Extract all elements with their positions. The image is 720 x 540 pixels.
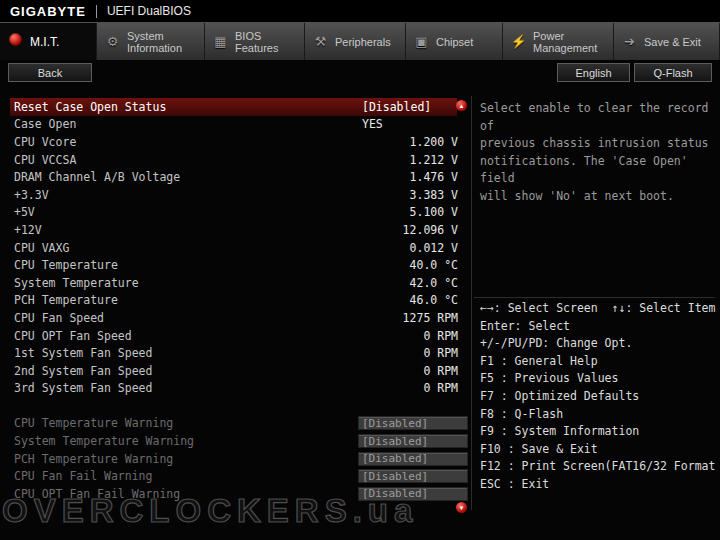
setting-label: CPU VAXG [10,241,69,255]
setting-label: PCH Temperature Warning [10,452,173,466]
tab-power-management-label: Power Management [533,30,597,54]
tab-chipset-label: Chipset [436,36,473,48]
setting-value: 1275 RPM [362,311,458,325]
setting-value: 0 RPM [362,329,458,343]
keyhint: Enter: Select [480,318,718,336]
warning-row: CPU OPT Fan Fail Warning[Disabled] [10,485,457,503]
setting-label: 3rd System Fan Speed [10,381,152,395]
setting-value: 1.212 V [362,153,458,167]
setting-value-box: [Disabled] [358,434,468,448]
setting-row[interactable]: CPU OPT Fan Speed0 RPM [10,327,457,345]
setting-value: 42.0 °C [362,276,458,290]
titlebar-separator [96,5,97,18]
help-text: Select enable to clear the record of pre… [480,100,714,206]
qflash-button[interactable]: Q-Flash [634,63,712,82]
warning-row: PCH Temperature Warning[Disabled] [10,450,457,468]
titlebar: GIGABYTE UEFI DualBIOS [0,0,720,22]
setting-row[interactable]: +5V5.100 V [10,204,457,222]
setting-label: CPU Fan Fail Warning [10,469,152,483]
keyhint: F12 : Print Screen(FAT16/32 Format Only) [480,458,718,476]
keyhint: ESC : Exit [480,476,718,494]
setting-value-box: [Disabled] [358,469,468,483]
tab-system-information-label: System Information [127,30,182,54]
setting-row[interactable]: DRAM Channel A/B Voltage1.476 V [10,168,457,186]
setting-label: Case Open [10,117,76,131]
setting-value: 12.096 V [362,223,458,237]
setting-value: 1.476 V [362,170,458,184]
setting-value: 46.0 °C [362,293,458,307]
gigabyte-logo: GIGABYTE [10,4,86,19]
tab-peripherals[interactable]: ⚒ Peripherals [305,23,406,60]
setting-row[interactable]: 1st System Fan Speed0 RPM [10,344,457,362]
setting-label: +3.3V [10,188,49,202]
setting-value-box: [Disabled] [358,452,468,466]
power-icon: ⚡ [510,33,527,50]
setting-value: 0 RPM [362,346,458,360]
keyhint: +/-/PU/PD: Change Opt. [480,335,718,353]
setting-value: [Disabled] [362,100,458,114]
setting-value: YES [362,117,458,131]
setting-row[interactable]: 2nd System Fan Speed0 RPM [10,362,457,380]
tab-save-exit[interactable]: ➔ Save & Exit [614,23,720,60]
setting-row[interactable]: +3.3V3.383 V [10,186,457,204]
setting-row[interactable]: PCH Temperature46.0 °C [10,292,457,310]
setting-value: 0 RPM [362,381,458,395]
setting-row[interactable]: System Temperature42.0 °C [10,274,457,292]
keyhint: F8 : Q-Flash [480,406,718,424]
back-button[interactable]: Back [8,63,92,82]
keyhint: F1 : General Help [480,353,718,371]
setting-value-box: [Disabled] [358,416,468,430]
setting-row[interactable]: CPU VAXG0.012 V [10,239,457,257]
setting-label: CPU Temperature [10,258,118,272]
setting-row[interactable]: Case OpenYES [10,116,457,134]
setting-label: CPU VCCSA [10,153,76,167]
setting-label: CPU OPT Fan Speed [10,329,132,343]
setting-value: 5.100 V [362,205,458,219]
grid-icon: ▦ [212,33,229,50]
setting-label: System Temperature Warning [10,434,194,448]
setting-label: DRAM Channel A/B Voltage [10,170,180,184]
tab-bios-features[interactable]: ▦ BIOS Features [205,23,305,60]
setting-label: CPU Temperature Warning [10,416,173,430]
keyhint: F10 : Save & Exit [480,441,718,459]
tab-system-information[interactable]: ⚙ System Information [97,23,205,60]
mit-icon [7,33,24,50]
tab-power-management[interactable]: ⚡ Power Management [503,23,614,60]
setting-value: 40.0 °C [362,258,458,272]
scroll-up-icon[interactable]: ▲ [456,100,467,111]
chipset-icon: ▣ [413,33,430,50]
setting-label: +5V [10,205,35,219]
setting-value: 0.012 V [362,241,458,255]
setting-label: CPU Fan Speed [10,311,104,325]
setting-label: System Temperature [10,276,139,290]
keyhints: ←→: Select Screen ↑↓: Select ItemEnter: … [480,300,718,494]
keyhint: F7 : Optimized Defaults [480,388,718,406]
setting-value: 0 RPM [362,364,458,378]
warning-row: CPU Fan Fail Warning[Disabled] [10,467,457,485]
setting-label: 1st System Fan Speed [10,346,152,360]
tab-bar: M.I.T. ⚙ System Information ▦ BIOS Featu… [0,22,720,60]
warning-row: System Temperature Warning[Disabled] [10,432,457,450]
setting-row[interactable]: CPU Vcore1.200 V [10,133,457,151]
setting-label: 2nd System Fan Speed [10,364,152,378]
setting-row[interactable]: Reset Case Open Status[Disabled] [10,98,457,116]
save-exit-icon: ➔ [621,33,638,50]
keyhint: ←→: Select Screen ↑↓: Select Item [480,300,718,318]
setting-value: 3.383 V [362,188,458,202]
settings-list: Reset Case Open Status[Disabled]Case Ope… [10,98,457,503]
keyhint: F5 : Previous Values [480,370,718,388]
help-divider [474,297,715,298]
list-spacer [10,397,457,415]
setting-row[interactable]: CPU VCCSA1.212 V [10,151,457,169]
scroll-down-icon[interactable]: ▼ [456,502,467,513]
setting-row[interactable]: +12V12.096 V [10,221,457,239]
setting-row[interactable]: CPU Fan Speed1275 RPM [10,309,457,327]
gear-icon: ⚙ [104,33,121,50]
language-button[interactable]: English [557,63,630,82]
tab-mit[interactable]: M.I.T. [0,23,97,60]
setting-label: CPU OPT Fan Fail Warning [10,487,180,501]
tab-chipset[interactable]: ▣ Chipset [406,23,503,60]
setting-row[interactable]: CPU Temperature40.0 °C [10,256,457,274]
setting-row[interactable]: 3rd System Fan Speed0 RPM [10,380,457,398]
setting-label: Reset Case Open Status [10,100,166,114]
